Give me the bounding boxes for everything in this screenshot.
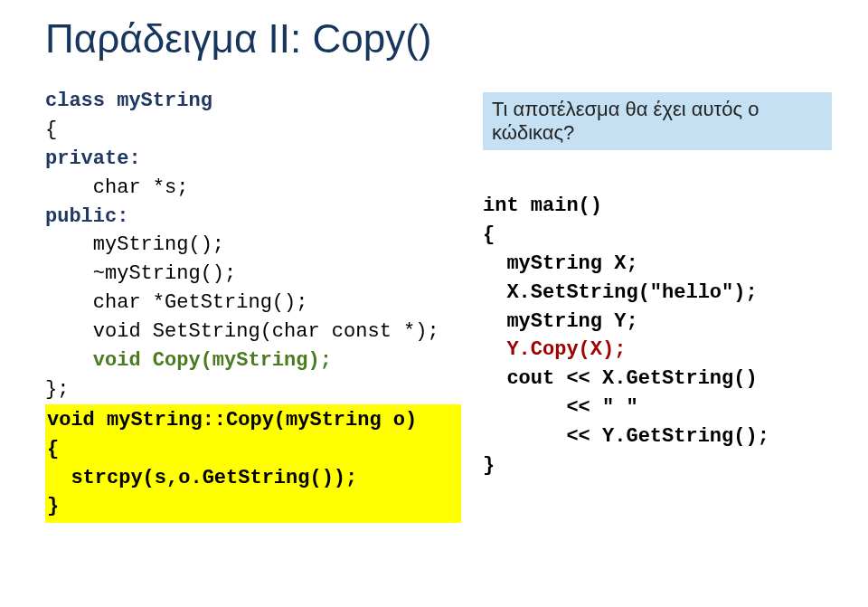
kw-class: class myString [45, 90, 212, 112]
main-hello: hello [662, 281, 722, 304]
setstring-decl: void SetString(char const *); [45, 320, 439, 343]
main-l2e: ); [733, 281, 757, 304]
main-l5a: cout << X.GetString() [483, 367, 758, 390]
class-close: }; [45, 378, 69, 401]
q1: " [650, 281, 662, 304]
copy-decl: void Copy(myString); [45, 349, 332, 372]
main-l5d: << Y.GetString(); [483, 425, 769, 448]
main-l3: myString Y; [483, 310, 638, 333]
main-function: int main() { myString X; X.SetString("he… [483, 192, 832, 480]
member-char-s: char *s; [45, 176, 188, 199]
func-close: } [47, 495, 59, 517]
func-body: strcpy(s,o.GetString()); [47, 467, 357, 489]
main-l2a: X.SetString( [483, 281, 650, 304]
ctor-decl: myString(); [45, 233, 224, 256]
brace-open: { [45, 119, 57, 141]
right-column: Τι αποτέλεσμα θα έχει αυτός ο κώδικας? i… [483, 87, 832, 523]
main-l1: myString X; [483, 252, 638, 275]
func-open: { [47, 438, 59, 460]
class-definition: class myString { private: char *s; publi… [45, 87, 461, 404]
dtor-decl: ~myString(); [45, 262, 236, 285]
main-close: } [483, 454, 495, 477]
main-l5b: << [483, 396, 602, 419]
kw-public: public: [45, 205, 128, 228]
main-l4: Y.Copy(X); [483, 338, 626, 361]
left-column: class myString { private: char *s; publi… [45, 87, 461, 523]
func-head: void myString::Copy(myString o) [47, 409, 417, 432]
slide-title: Παράδειγμα II: Copy() [45, 16, 832, 62]
getstring-decl: char *GetString(); [45, 291, 307, 314]
kw-private: private: [45, 147, 141, 170]
question-note: Τι αποτέλεσμα θα έχει αυτός ο κώδικας? [483, 92, 832, 150]
copy-definition: void myString::Copy(myString o) { strcpy… [45, 404, 461, 524]
columns: class myString { private: char *s; publi… [45, 87, 832, 523]
main-space: " " [602, 396, 638, 419]
q2: " [722, 281, 733, 304]
main-head: int main() [483, 194, 602, 217]
main-open: { [483, 223, 495, 246]
